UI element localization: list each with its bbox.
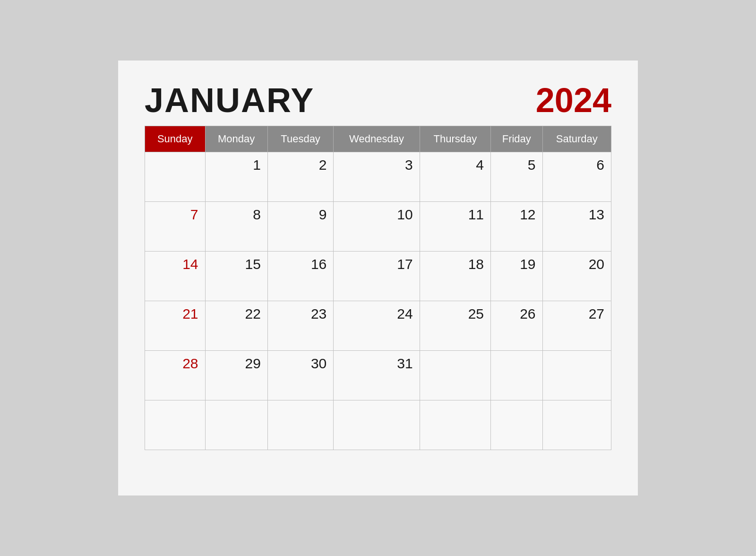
calendar-day-cell: 28 [145,351,206,400]
calendar-day-cell [491,400,543,450]
calendar-grid: Sunday Monday Tuesday Wednesday Thursday… [145,126,611,450]
calendar-day-cell: 10 [334,202,420,252]
calendar-day-cell: 14 [145,252,206,301]
calendar-day-cell [491,351,543,400]
calendar-day-cell: 13 [542,202,611,252]
calendar-day-cell: 12 [491,202,543,252]
calendar-day-cell [205,400,267,450]
days-header-row: Sunday Monday Tuesday Wednesday Thursday… [145,126,611,152]
month-title: JANUARY [145,83,314,117]
calendar-day-cell [420,351,490,400]
calendar-day-cell [145,152,206,202]
calendar-day-cell: 30 [267,351,333,400]
calendar-day-cell [334,400,420,450]
calendar-day-cell [542,351,611,400]
calendar-day-cell: 31 [334,351,420,400]
calendar-day-cell: 20 [542,252,611,301]
calendar-day-cell: 22 [205,301,267,351]
calendar-day-cell: 27 [542,301,611,351]
calendar-day-cell: 23 [267,301,333,351]
header-monday: Monday [205,126,267,152]
calendar-day-cell: 21 [145,301,206,351]
calendar-week-row: 123456 [145,152,611,202]
calendar-day-cell [542,400,611,450]
calendar-day-cell [267,400,333,450]
calendar-body: 1234567891011121314151617181920212223242… [145,152,611,450]
calendar-day-cell: 8 [205,202,267,252]
calendar-day-cell: 18 [420,252,490,301]
calendar-day-cell: 25 [420,301,490,351]
calendar-day-cell [420,400,490,450]
calendar-day-cell: 7 [145,202,206,252]
calendar-day-cell: 24 [334,301,420,351]
calendar-day-cell: 4 [420,152,490,202]
calendar-day-cell: 16 [267,252,333,301]
calendar-day-cell: 9 [267,202,333,252]
calendar-day-cell: 1 [205,152,267,202]
calendar-week-row: 14151617181920 [145,252,611,301]
calendar-day-cell: 26 [491,301,543,351]
header-friday: Friday [491,126,543,152]
calendar-day-cell: 5 [491,152,543,202]
calendar-day-cell: 15 [205,252,267,301]
calendar-week-row [145,400,611,450]
calendar-day-cell: 29 [205,351,267,400]
year-title: 2024 [536,83,611,117]
header-sunday: Sunday [145,126,206,152]
calendar-week-row: 28293031 [145,351,611,400]
header-tuesday: Tuesday [267,126,333,152]
calendar-day-cell: 2 [267,152,333,202]
calendar-day-cell: 19 [491,252,543,301]
calendar-week-row: 21222324252627 [145,301,611,351]
calendar-week-row: 78910111213 [145,202,611,252]
calendar-day-cell: 11 [420,202,490,252]
header-saturday: Saturday [542,126,611,152]
calendar-day-cell: 6 [542,152,611,202]
calendar-wrap: Sunday Monday Tuesday Wednesday Thursday… [145,126,611,450]
calendar-page: JANUARY 2024 Sunday Monday Tuesday Wedne… [118,61,638,495]
calendar-day-cell: 3 [334,152,420,202]
calendar-day-cell: 17 [334,252,420,301]
header-thursday: Thursday [420,126,490,152]
header-wednesday: Wednesday [334,126,420,152]
calendar-header: JANUARY 2024 [145,83,611,117]
calendar-day-cell [145,400,206,450]
